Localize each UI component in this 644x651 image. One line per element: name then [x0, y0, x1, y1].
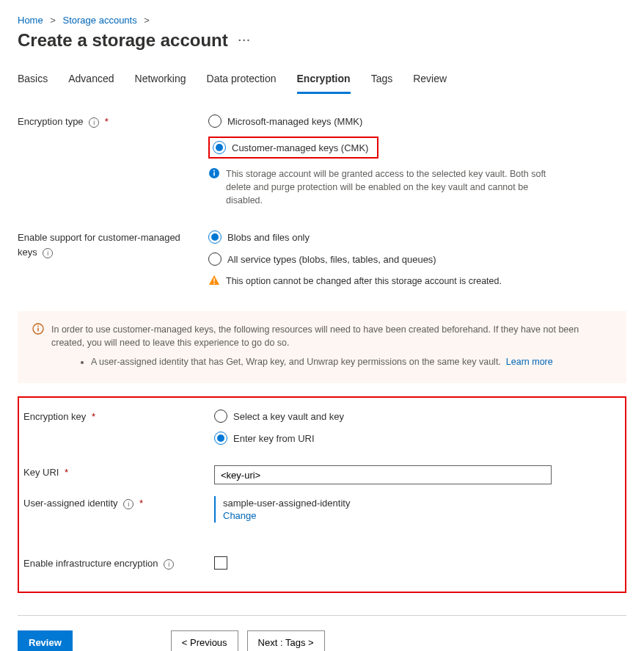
required-indicator: *: [65, 467, 68, 478]
info-icon[interactable]: i: [89, 117, 99, 128]
previous-button[interactable]: < Previous: [171, 630, 238, 651]
info-icon: [32, 323, 44, 349]
cmk-support-warning: This option cannot be changed after this…: [226, 274, 502, 288]
info-icon[interactable]: i: [164, 559, 174, 570]
svg-point-2: [213, 170, 215, 172]
tab-tags[interactable]: Tags: [371, 73, 393, 94]
svg-point-7: [37, 325, 39, 327]
radio-mmk[interactable]: [208, 114, 222, 128]
page-title-text: Create a storage account: [18, 30, 228, 51]
warning-icon: [208, 274, 220, 288]
svg-rect-6: [37, 328, 38, 332]
chevron-right-icon: >: [144, 15, 150, 26]
tabs: Basics Advanced Networking Data protecti…: [18, 73, 626, 94]
tab-data-protection[interactable]: Data protection: [207, 73, 277, 94]
radio-enter-uri-label: Enter key from URI: [233, 433, 315, 444]
required-indicator: *: [105, 116, 109, 127]
radio-all-services[interactable]: [208, 252, 222, 266]
key-uri-label: Key URI *: [23, 465, 214, 480]
highlight-box-cmk: Customer-managed keys (CMK): [208, 137, 378, 159]
tab-networking[interactable]: Networking: [135, 73, 186, 94]
svg-point-4: [213, 283, 215, 284]
user-identity-label: User-assigned identity i *: [23, 496, 214, 511]
radio-blobs-files[interactable]: [208, 230, 222, 244]
divider: [18, 615, 626, 616]
radio-blobs-files-label: Blobs and files only: [227, 232, 310, 243]
key-uri-input[interactable]: [214, 465, 552, 484]
prerequisites-notice: In order to use customer-managed keys, t…: [18, 311, 626, 383]
encryption-key-label: Encryption key *: [23, 410, 214, 424]
radio-select-key-vault[interactable]: [214, 410, 227, 423]
user-identity-value-block: sample-user-assigned-identity Change: [214, 496, 613, 523]
change-identity-link[interactable]: Change: [223, 510, 257, 521]
tab-advanced[interactable]: Advanced: [68, 73, 114, 94]
infra-encryption-checkbox[interactable]: [214, 556, 227, 570]
footer-buttons: Review < Previous Next : Tags >: [18, 630, 626, 651]
info-icon[interactable]: i: [43, 248, 53, 258]
info-icon: [208, 167, 220, 207]
page-title: Create a storage account ···: [18, 30, 626, 51]
breadcrumb-home[interactable]: Home: [18, 15, 43, 26]
notice-bullet-item: A user-assigned identity that has Get, W…: [91, 357, 612, 367]
review-button[interactable]: Review: [18, 630, 73, 651]
tab-basics[interactable]: Basics: [18, 73, 48, 94]
radio-enter-uri[interactable]: [214, 432, 227, 445]
next-button[interactable]: Next : Tags >: [247, 630, 325, 651]
tab-review[interactable]: Review: [413, 73, 447, 94]
learn-more-link[interactable]: Learn more: [506, 357, 553, 367]
chevron-right-icon: >: [50, 15, 56, 26]
radio-cmk[interactable]: [213, 141, 226, 154]
highlight-box-key-config: Encryption key * Select a key vault and …: [18, 396, 626, 593]
cmk-support-label: Enable support for customer-managed keys…: [18, 230, 208, 260]
tab-encryption[interactable]: Encryption: [297, 73, 351, 94]
svg-rect-3: [213, 278, 214, 282]
encryption-type-label: Encryption type i *: [18, 114, 208, 129]
svg-rect-1: [213, 172, 215, 176]
radio-all-services-label: All service types (blobs, files, tables,…: [227, 254, 436, 265]
info-icon[interactable]: i: [123, 499, 133, 509]
infra-encryption-label: Enable infrastructure encryption i: [23, 556, 214, 571]
radio-select-key-vault-label: Select a key vault and key: [233, 411, 344, 422]
notice-text: In order to use customer-managed keys, t…: [51, 323, 612, 349]
breadcrumb-storage-accounts[interactable]: Storage accounts: [63, 15, 137, 26]
more-actions-icon[interactable]: ···: [238, 34, 252, 46]
required-indicator: *: [92, 411, 95, 422]
radio-mmk-label: Microsoft-managed keys (MMK): [227, 116, 362, 127]
breadcrumb: Home > Storage accounts >: [18, 15, 626, 26]
radio-cmk-label: Customer-managed keys (CMK): [232, 142, 368, 153]
user-identity-value: sample-user-assigned-identity: [223, 498, 606, 509]
encryption-type-hint: This storage account will be granted acc…: [226, 167, 549, 207]
required-indicator: *: [139, 498, 143, 509]
